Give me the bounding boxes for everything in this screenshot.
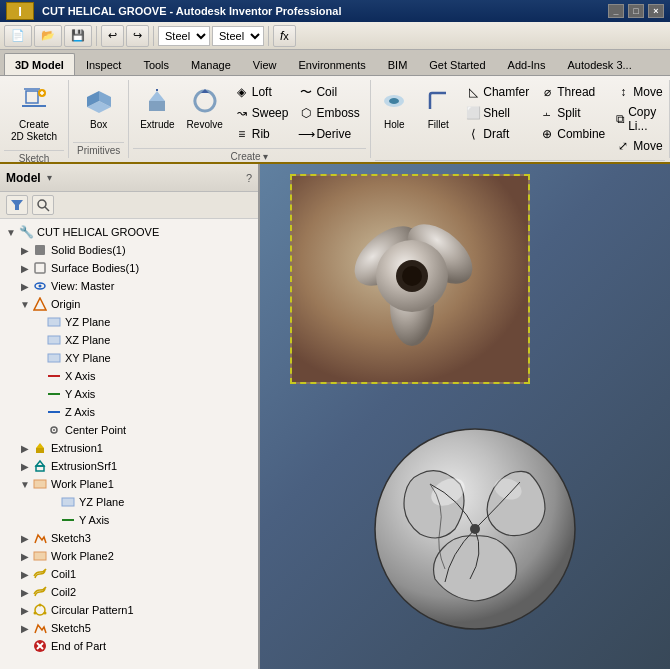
expander-work-plane2[interactable]: ▶ [18,549,32,563]
window-title: CUT HELICAL GROOVE - Autodesk Inventor P… [42,5,608,17]
tab-environments[interactable]: Environments [287,53,376,75]
move-bodies-button[interactable]: ↕ Move [611,82,666,102]
minimize-button[interactable]: _ [608,4,624,18]
panel-help[interactable]: ? [246,172,252,184]
create-2d-sketch-button[interactable]: Create2D Sketch [6,82,62,146]
expander-end-of-part [18,639,32,653]
tree-item-sketch5[interactable]: ▶ Sketch5 [0,619,258,637]
filter-button[interactable] [6,195,28,215]
view-master-label: View: Master [51,280,114,292]
thread-button[interactable]: ⌀ Thread [535,82,609,102]
draft-button[interactable]: ⟨ Draft [461,124,533,144]
save-button[interactable]: 💾 [64,25,92,47]
material-selector[interactable]: Steel [158,26,210,46]
modify-col1: ◺ Chamfer ⬜ Shell ⟨ Draft [461,82,533,144]
combine-icon: ⊕ [539,126,555,142]
tree-item-xz-plane[interactable]: XZ Plane [0,331,258,349]
tab-autodesk[interactable]: Autodesk 3... [557,53,643,75]
tree-item-origin[interactable]: ▼ Origin [0,295,258,313]
tree-item-view-master[interactable]: ▶ View: Master [0,277,258,295]
close-button[interactable]: × [648,4,664,18]
combine-button[interactable]: ⊕ Combine [535,124,609,144]
tree-item-wp1-yz[interactable]: YZ Plane [0,493,258,511]
move2-button[interactable]: ⤢ Move [611,136,666,156]
tree-item-end-of-part[interactable]: End of Part [0,637,258,655]
emboss-button[interactable]: ⬡ Emboss [294,103,363,123]
box-button[interactable]: Box [78,82,120,134]
fillet-label: Fillet [428,119,449,131]
sweep-icon: ↝ [234,105,250,121]
tab-manage[interactable]: Manage [180,53,242,75]
y-axis-label: Y Axis [65,388,95,400]
tree-item-y-axis[interactable]: Y Axis [0,385,258,403]
tab-get-started[interactable]: Get Started [418,53,496,75]
sketch5-icon [32,620,48,636]
new-button[interactable]: 📄 [4,25,32,47]
sweep-button[interactable]: ↝ Sweep [230,103,293,123]
tab-bim[interactable]: BIM [377,53,419,75]
viewport[interactable] [260,164,670,669]
hole-icon [378,85,410,117]
tree-item-z-axis[interactable]: Z Axis [0,403,258,421]
expander-coil1[interactable]: ▶ [18,567,32,581]
tree-item-center-point[interactable]: Center Point [0,421,258,439]
revolve-button[interactable]: Revolve [182,82,228,134]
expander-view-master[interactable]: ▶ [18,279,32,293]
derive-button[interactable]: ⟶ Derive [294,124,363,144]
tree-item-circular-pattern1[interactable]: ▶ Circular Pattern1 [0,601,258,619]
loft-button[interactable]: ◈ Loft [230,82,293,102]
tab-view[interactable]: View [242,53,288,75]
tab-inspect[interactable]: Inspect [75,53,132,75]
expander-sketch5[interactable]: ▶ [18,621,32,635]
copy-object-button[interactable]: ⧉ Copy Li... [611,103,666,135]
tree-item-yz-plane[interactable]: YZ Plane [0,313,258,331]
coil-label: Coil [316,85,337,99]
coil-button[interactable]: 〜 Coil [294,82,363,102]
expander-root[interactable]: ▼ [4,225,18,239]
tab-3d-model[interactable]: 3D Model [4,53,75,75]
undo-button[interactable]: ↩ [101,25,124,47]
redo-button[interactable]: ↪ [126,25,149,47]
tree-item-solid-bodies[interactable]: ▶ Solid Bodies(1) [0,241,258,259]
tab-add-ins[interactable]: Add-Ins [497,53,557,75]
tree-item-extrusion1[interactable]: ▶ Extrusion1 [0,439,258,457]
tree-item-root[interactable]: ▼ 🔧 CUT HELICAL GROOVE [0,223,258,241]
appearance-selector[interactable]: Steel [212,26,264,46]
tree-item-work-plane2[interactable]: ▶ Work Plane2 [0,547,258,565]
expander-circular-pattern1[interactable]: ▶ [18,603,32,617]
tree-item-coil2[interactable]: ▶ Coil2 [0,583,258,601]
expander-origin[interactable]: ▼ [18,297,32,311]
expander-extrusion1[interactable]: ▶ [18,441,32,455]
expander-sketch3[interactable]: ▶ [18,531,32,545]
rib-button[interactable]: ≡ Rib [230,124,293,144]
tree-item-surface-bodies[interactable]: ▶ Surface Bodies(1) [0,259,258,277]
wp1-y-icon [60,512,76,528]
thread-icon: ⌀ [539,84,555,100]
extrude-button[interactable]: Extrude [135,82,179,134]
maximize-button[interactable]: □ [628,4,644,18]
open-button[interactable]: 📂 [34,25,62,47]
tree-item-work-plane1[interactable]: ▼ Work Plane1 [0,475,258,493]
tree-item-wp1-y[interactable]: Y Axis [0,511,258,529]
expander-work-plane1[interactable]: ▼ [18,477,32,491]
expander-solid-bodies[interactable]: ▶ [18,243,32,257]
shell-button[interactable]: ⬜ Shell [461,103,533,123]
tree-item-x-axis[interactable]: X Axis [0,367,258,385]
expander-surface-bodies[interactable]: ▶ [18,261,32,275]
formula-button[interactable]: fx [273,25,296,47]
tab-tools[interactable]: Tools [132,53,180,75]
expander-extrusion-srf1[interactable]: ▶ [18,459,32,473]
fillet-button[interactable]: Fillet [417,82,459,134]
tree-item-sketch3[interactable]: ▶ Sketch3 [0,529,258,547]
panel-arrow[interactable]: ▾ [47,172,52,183]
search-button[interactable] [32,195,54,215]
chamfer-button[interactable]: ◺ Chamfer [461,82,533,102]
y-axis-icon [46,386,62,402]
tree-item-xy-plane[interactable]: XY Plane [0,349,258,367]
tree-item-extrusion-srf1[interactable]: ▶ ExtrusionSrf1 [0,457,258,475]
expander-coil2[interactable]: ▶ [18,585,32,599]
ribbon-group-sketch: Create2D Sketch Sketch [0,80,69,158]
hole-button[interactable]: Hole [373,82,415,134]
split-button[interactable]: ⫠ Split [535,103,609,123]
tree-item-coil1[interactable]: ▶ Coil1 [0,565,258,583]
